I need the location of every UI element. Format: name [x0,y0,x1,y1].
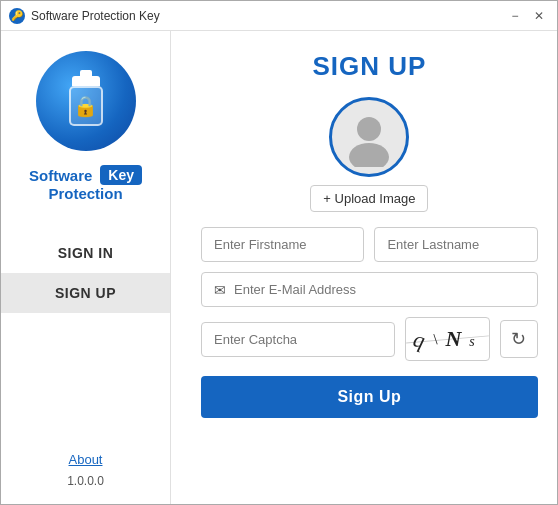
captcha-char-2: \ [432,329,445,349]
captcha-char-4: s [469,334,480,350]
email-row: ✉ [201,272,538,307]
window-title: Software Protection Key [31,9,160,23]
name-row [201,227,538,262]
lastname-input[interactable] [374,227,537,262]
firstname-input[interactable] [201,227,364,262]
upload-image-button[interactable]: + Upload Image [310,185,428,212]
page-title: SIGN UP [312,51,426,82]
avatar-svg [339,107,399,167]
key-badge: Key [100,165,142,185]
captcha-text: q \ N s [414,326,481,352]
content-area: 🔒 Software Key Protection SIGN IN SIGN U… [1,31,557,504]
avatar-circle [329,97,409,177]
usb-logo: 🔒 [69,76,103,126]
signup-button[interactable]: Sign Up [201,376,538,418]
app-icon: 🔑 [9,8,25,24]
brand-software: Software [29,167,92,184]
svg-point-1 [349,143,389,167]
title-bar-left: 🔑 Software Protection Key [9,8,160,24]
main-content: SIGN UP + Upload Image ✉ [171,31,557,504]
minimize-button[interactable]: − [505,6,525,26]
email-icon: ✉ [214,282,226,298]
usb-body: 🔒 [69,86,103,126]
email-input[interactable] [234,273,525,306]
brand-row: Software Key [29,165,142,185]
brand-protection: Protection [29,185,142,203]
app-window: 🔑 Software Protection Key − ✕ 🔒 [0,0,558,505]
logo-circle: 🔒 [36,51,136,151]
version-label: 1.0.0.0 [67,474,104,488]
brand-name: Software Key Protection [29,165,142,203]
lock-icon: 🔒 [73,94,98,118]
about-link[interactable]: About [67,452,104,467]
nav-item-sign-in[interactable]: SIGN IN [1,233,170,273]
brand-protection-text: Protection [48,185,122,202]
usb-top [72,76,100,86]
title-bar: 🔑 Software Protection Key − ✕ [1,1,557,31]
captcha-row: q \ N s ↻ [201,317,538,361]
svg-point-0 [357,117,381,141]
captcha-char-1: q [410,326,433,356]
captcha-image: q \ N s [405,317,490,361]
nav-menu: SIGN IN SIGN UP [1,233,170,313]
window-controls: − ✕ [505,6,549,26]
close-button[interactable]: ✕ [529,6,549,26]
captcha-refresh-button[interactable]: ↻ [500,320,538,358]
captcha-char-3: N [445,326,467,352]
sidebar-footer: About 1.0.0.0 [67,452,104,504]
sidebar: 🔒 Software Key Protection SIGN IN SIGN U… [1,31,171,504]
avatar-container: + Upload Image [310,97,428,212]
refresh-icon: ↻ [511,328,526,350]
captcha-input[interactable] [201,322,395,357]
nav-item-sign-up[interactable]: SIGN UP [1,273,170,313]
